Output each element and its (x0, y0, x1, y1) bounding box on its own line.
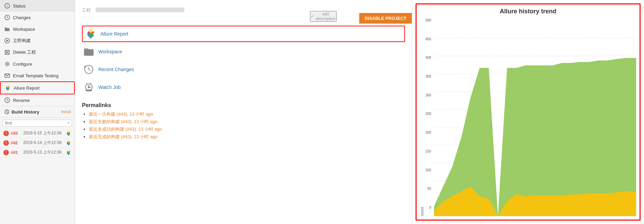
disable-project-container: DISABLE PROJECT (359, 13, 412, 24)
sidebar-item-rename[interactable]: Rename (0, 94, 75, 106)
folder-main-icon (83, 46, 94, 57)
main-menu: Allure Report Workspace Rec (82, 26, 405, 95)
y-tick: 250 (425, 112, 431, 116)
main-menu-allure-report[interactable]: Allure Report (82, 26, 405, 42)
main-menu-watch-job[interactable]: Watch Job (82, 79, 405, 95)
build-history-section: Build History trend × ! #43 2019-5-15 上午… (0, 106, 75, 224)
build-num-42: #42 (11, 141, 21, 145)
y-tick: 150 (425, 149, 431, 153)
svg-rect-5 (5, 28, 10, 31)
svg-text:i: i (7, 4, 8, 8)
y-tick: 0 (429, 206, 431, 209)
main-menu-recent-changes[interactable]: Recent Changes (82, 61, 405, 78)
clock-icon (4, 14, 10, 21)
build-allure-icon-41 (66, 150, 71, 155)
sidebar-item-workspace[interactable]: Workspace (0, 23, 75, 35)
main-menu-workspace[interactable]: Workspace (82, 43, 405, 60)
sidebar: i Status Changes Workspace 立即构建 Delete 工… (0, 0, 75, 224)
pencil-icon (311, 14, 314, 18)
y-axis-label: count (420, 18, 424, 216)
allure-icon-sidebar (5, 85, 11, 91)
build-allure-icon-42 (66, 140, 71, 146)
folder-icon (4, 26, 10, 32)
build-num-41: #41 (11, 150, 21, 155)
build-status-error: ! (3, 150, 9, 155)
build-history-title: Build History (4, 109, 39, 115)
svg-rect-46 (84, 49, 94, 56)
svg-rect-55 (86, 90, 92, 91)
sidebar-item-delete[interactable]: Delete 工程 (0, 47, 75, 58)
chart-title: Allure history trend (420, 8, 636, 15)
y-tick: 350 (425, 75, 431, 78)
permalinks-section: Permalinks 最近一次构建 (#43), 13 小时 ago 最近失败的… (82, 102, 405, 140)
build-date-41: 2019-5-13 上午12:36 (23, 149, 64, 155)
svg-point-12 (5, 62, 9, 66)
svg-line-22 (7, 100, 8, 101)
list-item: 最近失败的构建 (#43), 13 小时 ago (89, 119, 405, 125)
chart-area: count 500 450 400 350 300 250 200 150 10… (420, 18, 636, 216)
chart-svg-wrapper: #1 #3 #5 #7 #9 #11 #13 #15 #17 #19 #21 #… (434, 18, 636, 216)
svg-line-25 (7, 112, 8, 113)
svg-line-40 (313, 15, 314, 16)
build-date-42: 2019-5-14 上午12:36 (23, 140, 64, 146)
sidebar-label-workspace: Workspace (13, 27, 35, 32)
svg-point-11 (6, 63, 8, 65)
page-title: 工程 (82, 5, 184, 13)
sidebar-item-allure-report[interactable]: Allure Report (0, 81, 75, 94)
sidebar-item-changes[interactable]: Changes (0, 12, 75, 23)
list-item: 最近完成的构建 (#43), 13 小时 ago (89, 134, 405, 140)
build-row[interactable]: ! #43 2019-5-15 上午12:36 (0, 129, 75, 138)
build-row[interactable]: ! #42 2019-5-14 上午12:36 (0, 138, 75, 148)
rename-icon (4, 97, 10, 103)
add-description-label: add description (315, 12, 336, 21)
y-tick: 500 (425, 18, 431, 22)
permalink-link-2[interactable]: 最近失败的构建 (#43), 13 小时 ago (89, 119, 158, 124)
sidebar-item-configure[interactable]: Configure (0, 58, 75, 70)
svg-line-49 (89, 69, 90, 70)
permalink-link-4[interactable]: 最近完成的构建 (#43), 13 小时 ago (89, 134, 158, 139)
main-menu-label-workspace: Workspace (98, 49, 122, 54)
watch-icon (83, 82, 94, 93)
permalink-list: 最近一次构建 (#43), 13 小时 ago 最近失败的构建 (#43), 1… (82, 111, 405, 140)
clear-search-icon[interactable]: × (67, 121, 70, 126)
build-history-icon (4, 109, 10, 115)
svg-point-52 (88, 86, 90, 88)
gear-icon (4, 61, 10, 67)
delete-icon (4, 49, 10, 55)
list-item: 最近未成功的构建 (#43), 13 小时 ago (89, 126, 405, 132)
disable-project-button[interactable]: DISABLE PROJECT (359, 13, 412, 24)
sidebar-item-email-template[interactable]: Email Template Testing (0, 70, 75, 81)
info-circle-icon: i (4, 3, 10, 9)
build-row[interactable]: ! #41 2019-5-13 上午12:36 (0, 148, 75, 157)
sidebar-item-build-now[interactable]: 立即构建 (0, 35, 75, 47)
build-list: ! #43 2019-5-15 上午12:36 ! #42 2019-5-14 … (0, 129, 75, 157)
sidebar-label-status: Status (13, 3, 26, 9)
main-content: 工程 add description DISABLE PROJECT Allur (75, 0, 412, 224)
list-item: 最近一次构建 (#43), 13 小时 ago (89, 111, 405, 117)
sidebar-label-rename: Rename (13, 98, 30, 103)
sidebar-item-status[interactable]: i Status (0, 0, 75, 12)
right-panel: Allure history trend count 500 450 400 3… (412, 0, 644, 224)
sidebar-label-email-template: Email Template Testing (13, 73, 58, 78)
permalink-link-1[interactable]: 最近一次构建 (#43), 13 小时 ago (89, 111, 153, 117)
y-tick: 200 (425, 131, 431, 134)
permalink-link-3[interactable]: 最近未成功的构建 (#43), 13 小时 ago (89, 127, 162, 132)
build-search-input[interactable] (5, 121, 67, 126)
build-history-header: Build History trend (0, 106, 75, 118)
sidebar-label-build-now: 立即构建 (13, 38, 31, 44)
y-tick: 300 (425, 93, 431, 97)
build-date-43: 2019-5-15 上午12:36 (23, 130, 64, 136)
svg-line-39 (311, 16, 313, 17)
sidebar-label-allure-report: Allure Report (14, 85, 40, 91)
svg-line-4 (7, 17, 8, 18)
y-tick: 100 (425, 168, 431, 172)
y-tick-labels: 500 450 400 350 300 250 200 150 100 50 0 (425, 18, 433, 216)
y-tick: 400 (425, 56, 431, 60)
trend-link[interactable]: trend (61, 109, 71, 114)
y-tick: 50 (428, 187, 431, 190)
y-tick: 450 (425, 37, 431, 41)
trend-chart-svg: #1 #3 #5 #7 #9 #11 #13 #15 #17 #19 #21 #… (434, 18, 636, 216)
main-menu-label-watch-job: Watch Job (98, 84, 121, 90)
add-description-button[interactable]: add description (310, 11, 337, 22)
sidebar-label-configure: Configure (13, 62, 32, 67)
